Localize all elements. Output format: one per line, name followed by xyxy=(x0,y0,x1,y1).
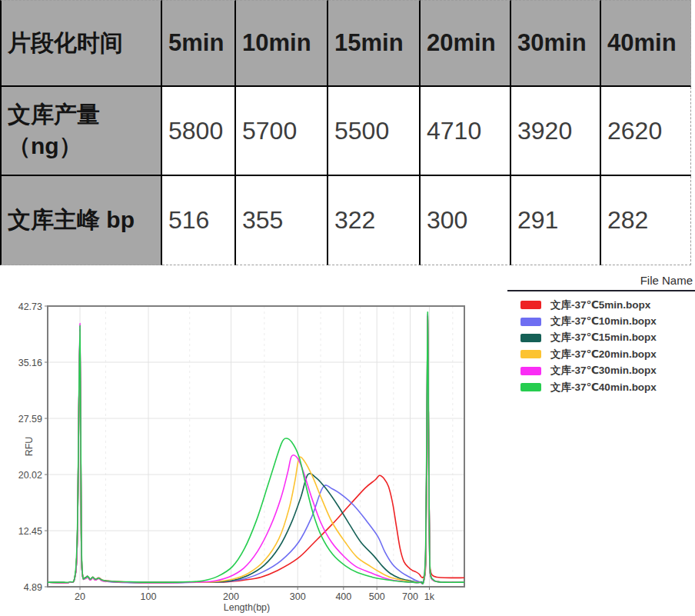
peak-40min: 282 xyxy=(601,176,691,265)
col-header-40min: 40min xyxy=(601,0,691,87)
legend-item-15min: 文库-37℃15min.bopx xyxy=(507,330,695,346)
series-line-1 xyxy=(48,319,464,583)
legend-swatch-orange xyxy=(520,350,541,358)
yield-10min: 5700 xyxy=(236,87,328,176)
legend-swatch-magenta xyxy=(520,367,541,375)
x-tick-label: 1k xyxy=(424,591,435,602)
y-tick-label: 42.73 xyxy=(18,301,42,312)
col-header-10min: 10min xyxy=(236,0,328,87)
yield-40min: 2620 xyxy=(601,87,691,176)
legend-divider xyxy=(507,290,695,291)
y-axis-title: RFU xyxy=(24,437,35,457)
legend-label: 文库-37℃20min.bopx xyxy=(550,348,657,361)
legend-item-40min: 文库-37℃40min.bopx xyxy=(507,379,695,395)
legend-title: File Name xyxy=(507,274,695,288)
legend-label: 文库-37℃15min.bopx xyxy=(550,331,657,345)
x-tick-label: 200 xyxy=(223,591,239,602)
legend-label: 文库-37℃40min.bopx xyxy=(550,381,657,395)
legend-items: 文库-37℃5min.bopx 文库-37℃10min.bopx 文库-37℃1… xyxy=(507,297,695,395)
table-header-row: 片段化时间 5min 10min 15min 20min 30min 40min xyxy=(0,0,691,87)
table-row-main-peak: 文库主峰 bp 516 355 322 300 291 282 xyxy=(0,176,691,265)
legend-item-10min: 文库-37℃10min.bopx xyxy=(507,313,695,329)
fragmentation-table: 片段化时间 5min 10min 15min 20min 30min 40min… xyxy=(0,0,691,265)
peak-20min: 300 xyxy=(421,176,511,265)
y-tick-label: 35.16 xyxy=(18,358,42,368)
peak-15min: 322 xyxy=(328,176,421,265)
electropherogram-chart: 42.7335.1627.5920.0212.454.8920100200300… xyxy=(0,292,507,616)
x-tick-label: 300 xyxy=(290,591,306,602)
yield-5min: 5800 xyxy=(162,87,236,176)
table-row-yield: 文库产量（ng） 5800 5700 5500 4710 3920 2620 xyxy=(0,87,691,176)
series-line-5 xyxy=(48,312,464,584)
y-tick-label: 20.02 xyxy=(18,470,42,481)
x-tick-label: 100 xyxy=(141,591,157,602)
electropherogram-svg: 42.7335.1627.5920.0212.454.8920100200300… xyxy=(0,292,507,616)
col-header-5min: 5min xyxy=(162,0,236,87)
x-tick-label: 500 xyxy=(369,591,385,602)
legend-label: 文库-37℃30min.bopx xyxy=(550,364,657,378)
legend-swatch-green xyxy=(520,383,541,391)
legend-swatch-blue xyxy=(520,318,541,326)
yield-20min: 4710 xyxy=(421,87,511,176)
header-label-fragmentation-time: 片段化时间 xyxy=(0,0,162,87)
legend-swatch-teal xyxy=(520,334,541,342)
legend-item-5min: 文库-37℃5min.bopx xyxy=(507,297,695,313)
series-line-2 xyxy=(48,316,464,583)
y-tick-label: 12.45 xyxy=(18,526,42,537)
y-tick-label: 27.59 xyxy=(18,414,42,425)
row-label-library-yield: 文库产量（ng） xyxy=(0,87,162,176)
legend-item-20min: 文库-37℃20min.bopx xyxy=(507,346,695,362)
yield-30min: 3920 xyxy=(511,87,601,176)
col-header-15min: 15min xyxy=(328,0,421,87)
legend-swatch-red xyxy=(520,301,541,309)
row-label-main-peak: 文库主峰 bp xyxy=(0,176,162,265)
y-tick-label: 4.89 xyxy=(24,582,42,593)
plot-border xyxy=(48,306,464,587)
yield-15min: 5500 xyxy=(328,87,421,176)
col-header-30min: 30min xyxy=(511,0,601,87)
x-tick-label: 700 xyxy=(402,591,418,602)
peak-5min: 516 xyxy=(162,176,236,265)
series-line-4 xyxy=(48,315,464,584)
series-line-3 xyxy=(48,318,464,584)
legend-label: 文库-37℃10min.bopx xyxy=(550,315,657,328)
chart-legend: File Name 文库-37℃5min.bopx 文库-37℃10min.bo… xyxy=(507,274,695,395)
legend-label: 文库-37℃5min.bopx xyxy=(550,298,650,312)
x-axis-title: Length(bp) xyxy=(224,602,270,613)
series-line-0 xyxy=(48,320,464,582)
page: 片段化时间 5min 10min 15min 20min 30min 40min… xyxy=(0,0,695,616)
peak-30min: 291 xyxy=(511,176,601,265)
x-tick-label: 20 xyxy=(75,591,85,602)
peak-10min: 355 xyxy=(236,176,328,265)
legend-item-30min: 文库-37℃30min.bopx xyxy=(507,363,695,379)
col-header-20min: 20min xyxy=(421,0,511,87)
x-tick-label: 400 xyxy=(335,591,351,602)
